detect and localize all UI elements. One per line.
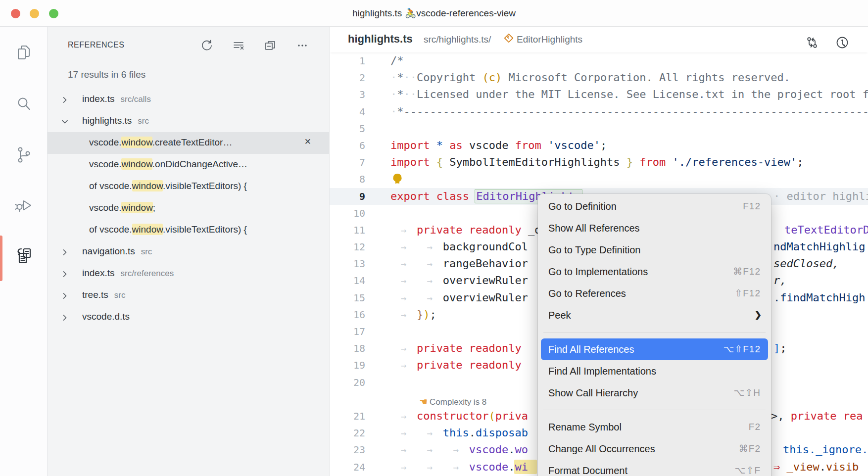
reference-file-row[interactable]: highlights.tssrc	[48, 110, 329, 132]
code-text: →→→vscode.wi	[390, 459, 528, 476]
code-text: →→→vscode.wo	[390, 441, 528, 458]
menu-item-change-all-occurrences[interactable]: Change All Occurrences⌘F2	[538, 438, 771, 460]
window-title: highlights.ts 🚴vscode-references-view	[0, 0, 868, 27]
code-text: ·*··Licensed under the MIT License. See …	[390, 86, 868, 103]
menu-item-show-call-hierarchy[interactable]: Show Call Hierarchy⌥⇧H	[538, 382, 771, 404]
search-icon[interactable]	[14, 95, 34, 114]
explorer-icon[interactable]	[14, 44, 34, 64]
menu-shortcut: ⌥⇧H	[733, 382, 761, 404]
line-number: 3	[330, 86, 365, 103]
line-number: 17	[330, 323, 365, 340]
chevron-down-icon[interactable]	[61, 118, 69, 128]
tab-whitespace-icon: →	[417, 272, 443, 289]
menu-item-find-all-implementations[interactable]: Find All Implementations	[538, 360, 771, 382]
result-text: of vscode.window.visibleTextEditors) {	[89, 181, 247, 191]
line-number: 4	[330, 103, 365, 120]
file-directory: src	[114, 290, 126, 300]
run-debug-icon[interactable]	[14, 195, 34, 215]
reference-file-row[interactable]: index.tssrc/calls	[48, 89, 329, 110]
file-name: index.tssrc/calls	[82, 94, 151, 104]
compare-changes-icon[interactable]	[805, 36, 819, 49]
chevron-right-icon[interactable]	[61, 96, 69, 106]
refresh-icon[interactable]	[200, 39, 214, 52]
reference-result-row[interactable]: vscode.window;	[48, 197, 329, 219]
code-text: →→this.disposab	[390, 425, 528, 441]
code-text: import { SymbolItemEditorHighlights } fr…	[390, 154, 804, 171]
reference-file-row[interactable]: index.tssrc/references	[48, 263, 329, 285]
code-text: import * as vscode from 'vscode';	[390, 137, 607, 154]
tab-whitespace-icon: →	[390, 357, 417, 374]
menu-item-show-all-references[interactable]: Show All References	[538, 217, 771, 239]
code-text-fragment: teTextEditorDe	[784, 222, 868, 238]
tab-whitespace-icon: →	[417, 459, 443, 476]
breadcrumb-symbol[interactable]: EditorHighlights	[517, 34, 582, 45]
file-name: tree.tssrc	[82, 289, 125, 300]
menu-shortcut: ⌘F12	[733, 261, 761, 283]
code-text: →constructor(priva	[390, 408, 528, 425]
reference-result-row[interactable]: vscode.window.onDidChangeActive…	[48, 154, 329, 176]
menu-item-go-to-references[interactable]: Go to References⇧F12	[538, 283, 771, 304]
code-text: →→rangeBehavior	[390, 255, 528, 272]
breadcrumb-path[interactable]: src/highlights.ts/	[424, 34, 491, 45]
menu-separator	[543, 410, 766, 410]
code-text: →→overviewRuler	[390, 272, 528, 289]
file-name: index.tssrc/references	[82, 268, 174, 279]
menu-item-go-to-implementations[interactable]: Go to Implementations⌘F12	[538, 261, 771, 283]
clear-results-icon[interactable]	[232, 39, 245, 52]
code-text-fragment: r,	[773, 272, 787, 289]
collapse-all-icon[interactable]	[263, 39, 277, 52]
code-line: 8	[330, 171, 868, 188]
code-text-fragment: .findMatchHigh	[773, 289, 865, 306]
class-icon	[504, 33, 514, 45]
line-number: 13	[330, 255, 365, 272]
menu-item-format-document[interactable]: Format Document⌥⇧F	[538, 460, 771, 476]
chevron-right-icon[interactable]	[61, 270, 69, 280]
reference-result-row[interactable]: of vscode.window.visibleTextEditors) {	[48, 219, 329, 241]
reference-file-row[interactable]: vscode.d.ts	[48, 306, 329, 328]
line-number: 24	[330, 459, 365, 476]
menu-item-peek[interactable]: Peek❯	[538, 304, 771, 326]
dismiss-result-icon[interactable]: ✕	[304, 137, 311, 147]
more-actions-icon[interactable]	[295, 39, 309, 52]
tab-whitespace-icon: →	[390, 272, 417, 289]
line-number: 5	[330, 120, 365, 137]
file-name: highlights.tssrc	[82, 115, 149, 126]
code-line: 5	[330, 120, 868, 137]
reference-result-row[interactable]: vscode.window.createTextEditor…✕	[48, 132, 329, 154]
breadcrumb-file[interactable]: highlights.ts	[348, 33, 413, 46]
chevron-right-icon[interactable]	[61, 292, 69, 302]
file-directory: src/references	[120, 269, 174, 278]
menu-item-go-to-definition[interactable]: Go to DefinitionF12	[538, 195, 771, 217]
tab-whitespace-icon: →	[417, 238, 443, 255]
tab-whitespace-icon: →	[390, 255, 417, 272]
line-number: 12	[330, 238, 365, 255]
code-line: 1/*	[330, 52, 868, 69]
code-text: ·*--------------------------------------…	[390, 103, 868, 120]
code-line: 6import * as vscode from 'vscode';	[330, 137, 868, 154]
source-control-icon[interactable]	[14, 145, 34, 165]
line-number: 22	[330, 425, 365, 441]
menu-shortcut: ⇧F12	[734, 283, 761, 304]
result-text: vscode.window.createTextEditor…	[89, 137, 232, 148]
reference-file-row[interactable]: navigation.tssrc	[48, 241, 329, 263]
code-text-fragment: ⇒ _view.visib	[773, 459, 859, 476]
active-view-indicator	[0, 236, 2, 281]
line-number: 1	[330, 52, 365, 69]
timeline-icon[interactable]	[835, 36, 849, 49]
chevron-right-icon[interactable]	[61, 248, 69, 258]
reference-file-row[interactable]: tree.tssrc	[48, 285, 329, 306]
references-icon[interactable]	[14, 246, 34, 266]
tab-whitespace-icon: →	[417, 425, 443, 441]
tab-whitespace-icon: →	[443, 459, 469, 476]
reference-result-row[interactable]: of vscode.window.visibleTextEditors) {	[48, 176, 329, 197]
tab-whitespace-icon: →	[390, 441, 417, 458]
file-name: navigation.tssrc	[82, 246, 152, 257]
panel-title: REFERENCES	[68, 41, 124, 49]
menu-item-find-all-references[interactable]: Find All References⌥⇧F12	[541, 338, 768, 360]
code-text: →→overviewRuler	[390, 289, 528, 306]
menu-item-rename-symbol[interactable]: Rename SymbolF2	[538, 416, 771, 438]
references-panel: REFERENCES 17 results in 6 files index.t…	[48, 27, 330, 476]
chevron-right-icon[interactable]	[61, 314, 69, 324]
menu-item-go-to-type-definition[interactable]: Go to Type Definition	[538, 239, 771, 261]
code-text: →private readonly _de	[390, 222, 548, 238]
